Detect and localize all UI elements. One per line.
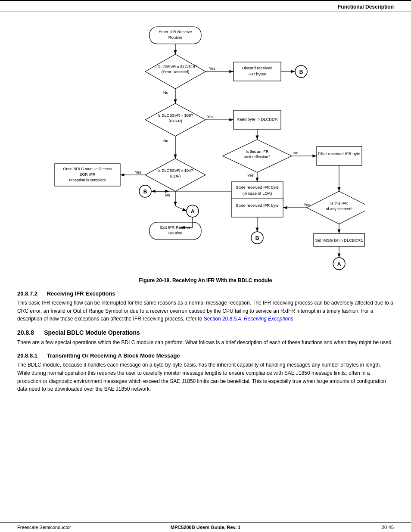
svg-text:Read byte in DLCBDR: Read byte in DLCBDR xyxy=(237,117,277,121)
svg-text:Routine: Routine xyxy=(168,35,183,40)
section-heading-20-8-7-2: 20.8.7.2 Receiving IFR Exceptions xyxy=(17,290,394,297)
svg-text:Routine: Routine xyxy=(168,230,183,235)
section-20-8-8-1: 20.8.8.1 Transmitting Or Receiving A Blo… xyxy=(17,352,394,393)
section-20-8-7-2: 20.8.7.2 Receiving IFR Exceptions This b… xyxy=(17,290,394,323)
section-title-20-8-7-2: Receiving IFR Exceptions xyxy=(47,290,115,297)
svg-text:Is DLCBSVR = $08?: Is DLCBSVR = $08? xyxy=(158,113,193,118)
svg-rect-44 xyxy=(231,198,283,217)
svg-text:Yes: Yes xyxy=(304,202,310,207)
footer-right: 20-45 xyxy=(382,525,394,530)
header-title: Functional Description xyxy=(338,4,394,10)
section-title-20-8-8: Special BDLC Module Operations xyxy=(44,329,140,336)
svg-text:(RxIFR): (RxIFR) xyxy=(168,119,182,123)
svg-text:xmit reflection?: xmit reflection? xyxy=(244,155,271,159)
svg-line-74 xyxy=(175,206,187,211)
svg-text:Is this an IFR: Is this an IFR xyxy=(246,149,269,154)
svg-text:Is DLCBSVR = $04?: Is DLCBSVR = $04? xyxy=(158,168,193,173)
svg-text:Yes: Yes xyxy=(209,66,215,71)
svg-text:A: A xyxy=(337,261,341,267)
svg-text:B: B xyxy=(143,189,147,195)
svg-text:A: A xyxy=(191,208,195,215)
section-20-8-8-1-body: The BDLC module, because it handles each… xyxy=(17,361,394,393)
svg-text:reception is complete: reception is complete xyxy=(69,178,106,182)
svg-text:(Error Detected): (Error Detected) xyxy=(162,70,190,74)
figure-caption: Figure 20-18. Receiving An IFR With the … xyxy=(17,277,394,283)
svg-text:Filter received IFR byte: Filter received IFR byte xyxy=(318,151,360,156)
svg-text:Store received IFR byte: Store received IFR byte xyxy=(236,185,279,190)
svg-text:Yes: Yes xyxy=(207,115,214,119)
svg-text:No: No xyxy=(163,90,168,95)
section-link-20-8-5-4[interactable]: Section 20.8.5.4, Receiving Exceptions xyxy=(204,316,293,322)
section-title-20-8-8-1: Transmitting Or Receiving A Block Mode M… xyxy=(47,352,180,359)
svg-text:Set IMSG bit in DLCBCR1: Set IMSG bit in DLCBCR1 xyxy=(315,238,363,243)
flowchart-svg: Enter IFR Receive Routine Is DLCBSVR = $… xyxy=(46,21,365,275)
section-number-20-8-8-1: 20.8.8.1 xyxy=(17,352,37,359)
svg-rect-31 xyxy=(317,146,362,165)
svg-text:Yes: Yes xyxy=(247,173,254,177)
svg-text:Store received IFR byte: Store received IFR byte xyxy=(236,203,279,208)
svg-text:No: No xyxy=(293,151,299,155)
section-20-8-7-2-body: This basic IFR receiving flow can be int… xyxy=(17,299,394,323)
section-number-20-8-8: 20.8.8 xyxy=(17,329,34,336)
svg-text:No: No xyxy=(163,139,168,143)
main-content: Enter IFR Receive Routine Is DLCBSVR = $… xyxy=(0,12,411,404)
section-heading-20-8-8-1: 20.8.8.1 Transmitting Or Receiving A Blo… xyxy=(17,352,394,359)
svg-text:Discard received: Discard received xyxy=(242,65,273,70)
flowchart-container: Enter IFR Receive Routine Is DLCBSVR = $… xyxy=(17,21,394,275)
svg-text:Is DLCBSVR = $1C/$18?: Is DLCBSVR = $1C/$18? xyxy=(153,65,197,69)
section-20-8-8: 20.8.8 Special BDLC Module Operations Th… xyxy=(17,329,394,347)
svg-text:IFR bytes: IFR bytes xyxy=(249,72,266,76)
svg-text:(EOF): (EOF) xyxy=(170,174,181,178)
page: Functional Description Enter IFR Receive… xyxy=(0,0,411,532)
footer-center: MPC5200B Users Guide, Rev. 1 xyxy=(171,525,240,530)
page-footer: Freescale Semiconductor MPC5200B Users G… xyxy=(0,522,411,532)
svg-text:Enter IFR Receive: Enter IFR Receive xyxy=(159,29,192,34)
section-20-8-8-body: There are a few special operations which… xyxy=(17,339,394,347)
section-number-20-8-7-2: 20.8.7.2 xyxy=(17,290,37,297)
svg-text:Once BDLC module Detects: Once BDLC module Detects xyxy=(63,167,112,171)
svg-text:B: B xyxy=(299,69,303,75)
svg-text:(in case of LOA): (in case of LOA) xyxy=(243,191,272,196)
footer-left: Freescale Semiconductor xyxy=(17,525,71,530)
page-header: Functional Description xyxy=(0,1,411,12)
svg-text:EOF, IFR: EOF, IFR xyxy=(79,172,96,177)
svg-text:of any interest?: of any interest? xyxy=(326,207,352,211)
svg-text:No: No xyxy=(165,193,170,197)
svg-text:Is this IFR: Is this IFR xyxy=(330,201,348,205)
section-heading-20-8-8: 20.8.8 Special BDLC Module Operations xyxy=(17,329,394,336)
svg-text:Yes: Yes xyxy=(135,170,141,174)
svg-text:B: B xyxy=(255,235,259,241)
